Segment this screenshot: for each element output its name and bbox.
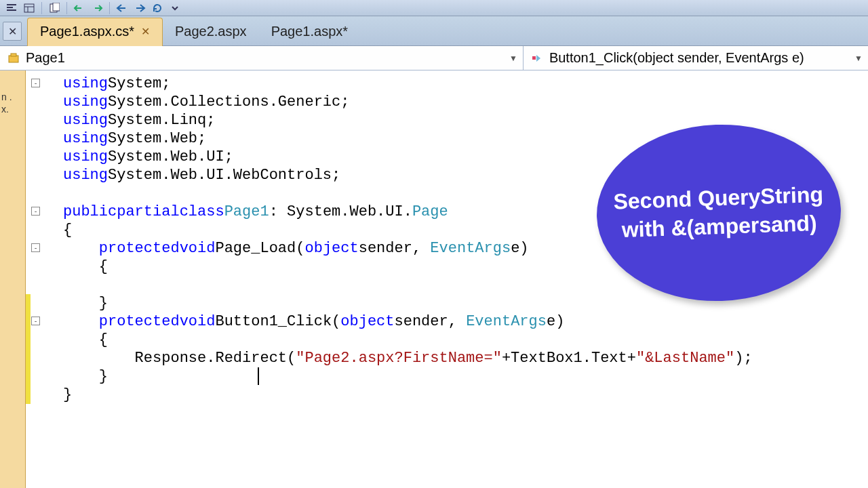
code-line: { [63, 331, 868, 349]
method-dropdown[interactable]: Button1_Click(object sender, EventArgs e… [524, 46, 868, 70]
svg-rect-4 [11, 54, 16, 56]
method-icon [530, 52, 544, 65]
refresh-icon[interactable] [150, 1, 165, 15]
chevron-down-icon: ▼ [854, 54, 863, 63]
code-editor[interactable]: n . x. usingSystem;usingSystem.Collectio… [0, 70, 868, 488]
class-dropdown[interactable]: Page1 ▼ [0, 46, 524, 70]
properties-icon[interactable] [22, 1, 37, 15]
code-line: } [63, 294, 868, 312]
fold-toggle[interactable]: - [31, 79, 40, 87]
redo-icon[interactable] [90, 1, 104, 15]
chevron-down-icon: ▼ [509, 54, 517, 63]
code-line: { [63, 221, 868, 239]
collapsed-toolbox-panel[interactable]: n . x. [0, 70, 26, 488]
code-line: } [63, 386, 868, 404]
svg-rect-2 [53, 3, 60, 11]
code-line: usingSystem.Collections.Generic; [63, 93, 868, 111]
tab-label: Page1.aspx.cs* [40, 24, 134, 39]
document-tab[interactable]: Page1.aspx* [259, 18, 360, 46]
code-line: { [63, 258, 868, 276]
code-area[interactable]: usingSystem;usingSystem.Collections.Gene… [63, 75, 868, 404]
new-file-icon[interactable] [47, 1, 62, 15]
align-left-icon[interactable] [4, 1, 19, 15]
code-line [63, 184, 868, 203]
code-line: usingSystem; [63, 75, 868, 93]
toolbar-separator [66, 2, 67, 14]
fold-toggle[interactable]: - [31, 207, 40, 216]
svg-rect-5 [532, 56, 536, 60]
tab-label: Page2.aspx [175, 24, 247, 39]
code-line: usingSystem.Linq; [63, 111, 868, 129]
nav-back-icon[interactable] [115, 1, 130, 15]
code-line: Response.Redirect("Page2.aspx?FirstName=… [63, 349, 868, 367]
undo-icon[interactable] [72, 1, 87, 15]
class-icon [7, 52, 20, 65]
method-dropdown-label: Button1_Click(object sender, EventArgs e… [549, 50, 804, 66]
tab-label: Page1.aspx* [271, 24, 348, 39]
document-tab[interactable]: Page2.aspx [163, 18, 259, 46]
code-line: usingSystem.Web.UI.WebControls; [63, 166, 868, 184]
toolbar [0, 0, 868, 16]
text-caret [258, 367, 259, 385]
toolbar-separator [109, 2, 110, 14]
toolbox-hint: n . x. [1, 91, 22, 115]
code-line [63, 276, 868, 294]
fold-toggle[interactable]: - [31, 243, 40, 252]
navigation-bar: Page1 ▼ Button1_Click(object sender, Eve… [0, 46, 868, 70]
code-line: publicpartialclassPage1: System.Web.UI.P… [63, 203, 868, 221]
document-tab[interactable]: Page1.aspx.cs*✕ [27, 18, 163, 46]
code-line: } [63, 367, 868, 386]
code-line: usingSystem.Web.UI; [63, 148, 868, 166]
close-tab-icon[interactable]: ✕ [141, 25, 150, 38]
document-tabstrip: ✕ Page1.aspx.cs*✕Page2.aspxPage1.aspx* [0, 16, 868, 46]
toolbar-separator [41, 2, 42, 14]
code-line: protectedvoidPage_Load(objectsender, Eve… [63, 239, 868, 258]
svg-rect-0 [24, 4, 34, 12]
class-dropdown-label: Page1 [26, 50, 65, 66]
nav-forward-icon[interactable] [132, 1, 147, 15]
code-line: usingSystem.Web; [63, 129, 868, 148]
code-line: protectedvoidButton1_Click(objectsender,… [63, 312, 868, 331]
more-icon[interactable] [167, 1, 182, 15]
close-pane-button[interactable]: ✕ [3, 22, 22, 41]
editor-gutter [26, 70, 63, 488]
fold-toggle[interactable]: - [31, 317, 40, 325]
change-indicator [26, 294, 31, 404]
